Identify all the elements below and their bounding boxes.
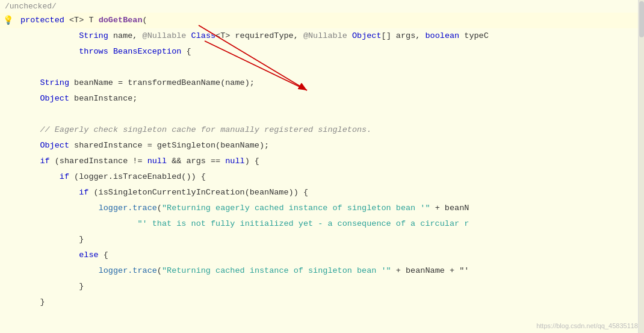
token-var xyxy=(20,219,137,228)
token-var xyxy=(20,251,79,260)
token-type: String xyxy=(79,31,108,40)
line-gutter-1: 💡 xyxy=(0,13,18,28)
token-kw2: null xyxy=(147,157,167,166)
line-content-14: "' that is not fully initialized yet - a… xyxy=(18,216,644,232)
line-7 xyxy=(0,107,644,122)
token-type: Object xyxy=(352,31,382,40)
token-string: "Returning eagerly cached instance of si… xyxy=(162,204,430,213)
token-var xyxy=(108,47,113,56)
token-var xyxy=(186,31,191,40)
line-content-10: if (sharedInstance != null && args == nu… xyxy=(18,154,644,169)
scrollbar-thumb[interactable] xyxy=(639,1,644,37)
token-method: doGetBean xyxy=(99,16,143,25)
token-var xyxy=(347,31,352,40)
token-kw2: if xyxy=(79,188,88,197)
token-kw2: else xyxy=(79,251,98,260)
token-var: } xyxy=(20,297,45,307)
token-var xyxy=(20,266,99,275)
token-var: (isSingletonCurrentlyInCreation(beanName… xyxy=(88,188,308,197)
line-1: 💡protected <T> T doGetBean( xyxy=(0,13,644,28)
line-15: } xyxy=(0,232,644,247)
line-content-12: if (isSingletonCurrentlyInCreation(beanN… xyxy=(18,185,644,201)
token-var: name, xyxy=(108,31,143,40)
line-content-15: } xyxy=(18,232,644,247)
line-2: String name, @Nullable Class<T> required… xyxy=(0,28,644,44)
token-var: } xyxy=(20,282,84,291)
token-var xyxy=(20,47,79,56)
line-16: else { xyxy=(0,247,644,263)
token-var xyxy=(20,188,79,197)
token-type: Object xyxy=(40,94,69,103)
token-kw: protected xyxy=(20,16,64,25)
line-content-17: logger.trace("Returning cached instance … xyxy=(18,263,644,279)
token-var: sharedInstance = getSingleton(beanName); xyxy=(69,141,269,150)
line-5: String beanName = transformedBeanName(na… xyxy=(0,75,644,91)
line-content-16: else { xyxy=(18,247,644,263)
token-var xyxy=(20,141,40,150)
token-var: (logger.isTraceEnabled()) { xyxy=(69,172,206,181)
line-13: logger.trace("Returning eagerly cached i… xyxy=(0,201,644,216)
token-var: { xyxy=(181,47,191,56)
code-area: 💡protected <T> T doGetBean( String name,… xyxy=(0,13,644,310)
token-string: "Returning cached instance of singleton … xyxy=(162,266,391,275)
code-editor: /unchecked/ 💡protected <T> T doGetBean( … xyxy=(0,0,644,333)
bulb-icon: 💡 xyxy=(3,13,13,28)
token-var: + beanN xyxy=(430,204,469,213)
token-type: BeansException xyxy=(113,47,181,56)
line-8: // Eagerly check singleton cache for man… xyxy=(0,122,644,138)
line-10: if (sharedInstance != null && args == nu… xyxy=(0,154,644,169)
token-kw: boolean xyxy=(425,31,459,40)
token-var xyxy=(20,78,40,87)
line-4 xyxy=(0,60,644,75)
token-var: ( xyxy=(157,204,162,213)
token-type: String xyxy=(40,78,69,87)
token-var: beanInstance; xyxy=(69,94,137,103)
token-var: <T> requiredType, xyxy=(215,31,303,40)
token-logger-trace: logger.trace xyxy=(99,204,157,213)
token-kw2: if xyxy=(60,172,69,181)
line-content-8: // Eagerly check singleton cache for man… xyxy=(18,122,644,138)
token-kw: throws xyxy=(79,47,108,56)
breadcrumb: /unchecked/ xyxy=(0,0,644,13)
line-content-5: String beanName = transformedBeanName(na… xyxy=(18,75,644,91)
scrollbar[interactable] xyxy=(638,0,644,333)
token-comment: // Eagerly check singleton cache for man… xyxy=(20,125,371,134)
line-content-2: String name, @Nullable Class<T> required… xyxy=(18,28,644,44)
line-3: throws BeansException { xyxy=(0,44,644,60)
token-var: <T> T xyxy=(64,16,99,25)
line-6: Object beanInstance; xyxy=(0,91,644,107)
token-var xyxy=(20,31,79,40)
line-content-11: if (logger.isTraceEnabled()) { xyxy=(18,169,644,185)
line-content-9: Object sharedInstance = getSingleton(bea… xyxy=(18,138,644,154)
token-var: + beanName + "' xyxy=(391,266,469,275)
token-var: ( xyxy=(157,266,162,275)
token-kw2: null xyxy=(225,157,244,166)
token-var xyxy=(20,172,60,181)
token-type: Class xyxy=(191,31,216,40)
token-var: [] args, xyxy=(382,31,426,40)
token-annotation: @Nullable xyxy=(143,31,187,40)
token-var xyxy=(20,94,40,103)
line-content-18: } xyxy=(18,279,644,294)
token-var: } xyxy=(20,235,84,244)
token-annotation: @Nullable xyxy=(303,31,347,40)
line-11: if (logger.isTraceEnabled()) { xyxy=(0,169,644,185)
token-var: typeC xyxy=(459,31,489,40)
token-logger-trace: logger.trace xyxy=(99,266,157,275)
line-content-3: throws BeansException { xyxy=(18,44,644,60)
token-string: "' that is not fully initialized yet - a… xyxy=(137,219,469,228)
token-type: Object xyxy=(40,141,69,150)
line-content-1: protected <T> T doGetBean( xyxy=(18,13,644,28)
line-19: } xyxy=(0,294,644,310)
line-content-13: logger.trace("Returning eagerly cached i… xyxy=(18,201,644,216)
line-18: } xyxy=(0,279,644,294)
token-var: && args == xyxy=(167,157,225,166)
breadcrumb-text: /unchecked/ xyxy=(5,2,57,11)
token-var: ) { xyxy=(245,157,259,166)
line-content-6: Object beanInstance; xyxy=(18,91,644,107)
token-var: (sharedInstance != xyxy=(50,157,147,166)
line-content-19: } xyxy=(18,294,644,310)
line-12: if (isSingletonCurrentlyInCreation(beanN… xyxy=(0,185,644,201)
token-var xyxy=(20,204,99,213)
line-9: Object sharedInstance = getSingleton(bea… xyxy=(0,138,644,154)
